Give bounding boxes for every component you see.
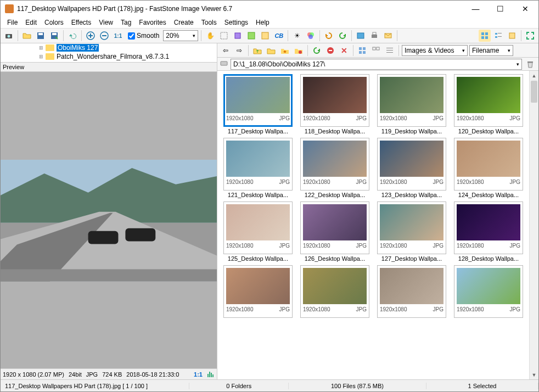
menu-colors[interactable]: Colors xyxy=(41,18,67,27)
view-details-icon[interactable] xyxy=(384,44,396,57)
thumb-fmt: JPG xyxy=(433,306,443,312)
thumbnail-item[interactable]: 1920x1080JPG118_Desktop Wallpa... xyxy=(297,74,372,135)
folder-up-icon[interactable] xyxy=(251,44,263,57)
filter-combo[interactable]: Images & Videos▾ xyxy=(402,45,468,56)
maximize-button[interactable]: ☐ xyxy=(488,1,513,16)
thumbnail-item[interactable]: 1920x1080JPG122_Desktop Wallpa... xyxy=(297,138,372,198)
svg-rect-9 xyxy=(235,33,240,38)
text-icon[interactable]: CB xyxy=(273,30,285,42)
thumbnail-grid[interactable]: 1920x1080JPG117_Desktop Wallpa...1920x10… xyxy=(217,71,529,379)
folder-new-icon[interactable] xyxy=(265,44,277,57)
select-icon[interactable] xyxy=(218,30,230,42)
thumbnail-item[interactable]: 1920x1080JPG121_Desktop Wallpa... xyxy=(221,138,295,198)
folder-tree[interactable]: ⊞OboiMiks 127 ⊞Patch_Wondershare_Filmora… xyxy=(1,43,217,62)
undo-icon[interactable] xyxy=(66,30,78,42)
menu-favorites[interactable]: Favorites xyxy=(136,18,169,27)
folder-fav-icon[interactable] xyxy=(279,44,291,57)
scroll-thumb[interactable] xyxy=(531,81,537,103)
thumb-image xyxy=(303,268,367,304)
slideshow-icon[interactable] xyxy=(355,30,367,42)
close-button[interactable]: ✕ xyxy=(513,1,537,16)
thumb-image xyxy=(457,141,520,177)
nav-back-icon[interactable]: ⇦ xyxy=(220,44,232,57)
open-icon[interactable] xyxy=(21,30,33,42)
menu-file[interactable]: File xyxy=(4,18,21,27)
thumb-fmt: JPG xyxy=(279,243,290,249)
adjust-light-icon[interactable]: ☀ xyxy=(291,30,303,42)
saveas-icon[interactable] xyxy=(48,30,60,42)
minimize-button[interactable]: — xyxy=(463,1,488,16)
thumbnail-item[interactable]: 1920x1080JPG125_Desktop Wallpa... xyxy=(221,201,295,262)
menu-create[interactable]: Create xyxy=(171,18,197,27)
preview-size: 724 KB xyxy=(102,371,122,378)
thumbnail-item[interactable]: 1920x1080JPG126_Desktop Wallpa... xyxy=(297,201,372,262)
menu-view[interactable]: View xyxy=(96,18,116,27)
email-icon[interactable] xyxy=(382,30,394,42)
resize-icon[interactable] xyxy=(245,30,257,42)
zoom-select[interactable]: 20%▾ xyxy=(163,30,198,41)
thumbnail-item[interactable]: 1920x1080JPG127_Desktop Wallpa... xyxy=(374,201,449,262)
browser-toolbar: ⇦ ⇨ ✕ Images & Videos▾ Filename▾ xyxy=(217,43,538,58)
thumbnail-item[interactable]: 1920x1080JPG xyxy=(221,265,295,318)
folder-item-selected[interactable]: ⊞OboiMiks 127 xyxy=(39,43,217,52)
menu-effects[interactable]: Effects xyxy=(68,18,94,27)
main-toolbar: 1:1 Smooth 20%▾ ✋ CB ☀ xyxy=(1,28,538,43)
scroll-up-icon[interactable]: ▲ xyxy=(530,71,538,80)
fullscreen-icon[interactable] xyxy=(524,30,536,42)
svg-rect-40 xyxy=(212,374,214,377)
svg-rect-36 xyxy=(1,270,217,282)
thumb-res: 1920x1080 xyxy=(303,115,330,121)
scroll-down-icon[interactable]: ▼ xyxy=(530,370,538,379)
adjust-color-icon[interactable] xyxy=(305,30,317,42)
zoom-out-icon[interactable] xyxy=(98,30,110,42)
acquire-icon[interactable] xyxy=(3,30,15,42)
thumbnail-item[interactable]: 1920x1080JPG123_Desktop Wallpa... xyxy=(374,138,449,198)
preview-ratio[interactable]: 1:1 xyxy=(194,371,203,378)
histogram-icon[interactable] xyxy=(207,371,215,378)
stop-icon[interactable] xyxy=(324,44,336,57)
menu-tag[interactable]: Tag xyxy=(117,18,134,27)
crop-icon[interactable] xyxy=(232,30,244,42)
path-input[interactable]: D:\1_18.08\Oboi\OboiMiks 127\▾ xyxy=(231,59,522,70)
sort-combo[interactable]: Filename▾ xyxy=(469,45,513,56)
nav-fwd-icon[interactable]: ⇨ xyxy=(233,44,245,57)
menu-tools[interactable]: Tools xyxy=(198,18,220,27)
print-icon[interactable] xyxy=(368,30,380,42)
rotate-left-icon[interactable] xyxy=(323,30,335,42)
hand-icon[interactable]: ✋ xyxy=(204,30,216,42)
thumbnail-item[interactable]: 1920x1080JPG119_Desktop Wallpa... xyxy=(374,74,449,135)
thumbnail-item[interactable]: 1920x1080JPG xyxy=(297,265,372,318)
view-large-icon[interactable] xyxy=(370,44,382,57)
smooth-checkbox[interactable]: Smooth xyxy=(128,32,159,40)
menu-help[interactable]: Help xyxy=(252,18,273,27)
menu-edit[interactable]: Edit xyxy=(22,18,40,27)
view-single-icon[interactable] xyxy=(506,30,518,42)
recycle-icon[interactable] xyxy=(524,58,536,70)
view-thumbnails-icon[interactable] xyxy=(479,30,491,42)
select-all-icon[interactable] xyxy=(356,44,368,57)
thumbnail-item[interactable]: 1920x1080JPG xyxy=(451,265,526,318)
folder-item[interactable]: ⊞Patch_Wondershare_Filmora_v8.7.3.1 xyxy=(39,52,217,61)
delete-icon[interactable]: ✕ xyxy=(338,44,350,57)
save-icon[interactable] xyxy=(35,30,47,42)
thumbnail-item[interactable]: 1920x1080JPG124_Desktop Wallpa... xyxy=(451,138,526,198)
zoom-11-icon[interactable]: 1:1 xyxy=(112,30,124,42)
menu-settings[interactable]: Settings xyxy=(221,18,251,27)
refresh-icon[interactable] xyxy=(311,44,323,57)
thumbnail-item[interactable]: 1920x1080JPG120_Desktop Wallpa... xyxy=(451,74,526,135)
scrollbar[interactable]: ▲ ▼ xyxy=(529,71,538,379)
thumbnail-item[interactable]: 1920x1080JPG xyxy=(374,265,449,318)
folder-tag-icon[interactable] xyxy=(293,44,305,57)
thumb-fmt: JPG xyxy=(433,115,443,121)
thumbnail-item[interactable]: 1920x1080JPG128_Desktop Wallpa... xyxy=(451,201,526,262)
thumbnail-item[interactable]: 1920x1080JPG117_Desktop Wallpa... xyxy=(221,74,295,135)
canvas-icon[interactable] xyxy=(259,30,271,42)
preview-area[interactable] xyxy=(1,72,217,368)
svg-rect-25 xyxy=(495,36,497,38)
preview-dims: 1920 x 1080 (2.07 MP) xyxy=(3,371,64,378)
view-list-icon[interactable] xyxy=(492,30,504,42)
rotate-right-icon[interactable] xyxy=(336,30,349,42)
thumb-fmt: JPG xyxy=(433,243,443,249)
svg-rect-34 xyxy=(88,231,119,244)
zoom-in-icon[interactable] xyxy=(85,30,97,42)
